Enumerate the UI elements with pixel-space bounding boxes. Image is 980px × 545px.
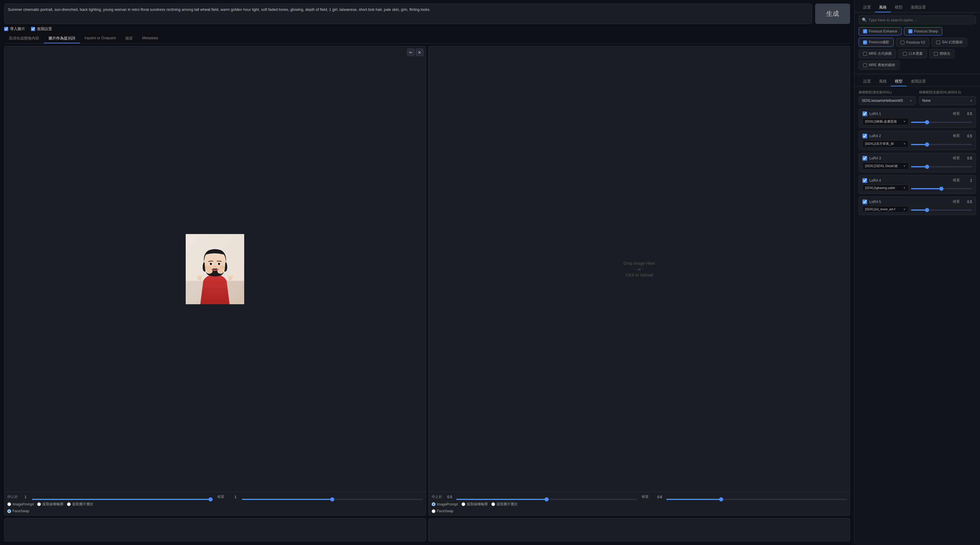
style-chip-mre-ancient-label: MRE 古代插圖 [869, 51, 892, 56]
lora-5-dropdown[interactable]: [SDXL]\xl_more_art-f ▼ [862, 206, 908, 212]
panel-2-stop-label: 停止於 [432, 494, 443, 499]
advanced-settings-checkbox[interactable] [31, 27, 35, 31]
panel-2-extractlines-label[interactable]: 提取線條輪廓 [461, 502, 488, 507]
panel-1-close-btn[interactable]: ✕ [416, 49, 423, 56]
image-panel-2-dropzone[interactable]: Drop Image Here - or - Click to Upload [624, 46, 655, 492]
panel-1-faceswap-radio[interactable] [7, 509, 11, 513]
style-chip-fooocus-photo[interactable]: ✓ Fooocus攝影 [859, 38, 894, 47]
panel-1-extractlines-radio[interactable] [37, 502, 41, 506]
panel-2-extractlines-radio[interactable] [461, 502, 465, 506]
lora-5-checkbox[interactable] [862, 199, 867, 204]
panel-1-imageprompt-text: ImagePrompt [13, 502, 33, 507]
lora-3-dropdown[interactable]: [SDXL]\SDXL Detail 細 ▼ [862, 163, 908, 170]
panel-1-radio-row: ImagePrompt 提取線條輪廓 提取圖片層次 [7, 502, 423, 507]
style-search-box[interactable]: 🔍 [859, 16, 976, 24]
panel-2-weight-slider[interactable] [666, 499, 847, 500]
style-chip-mre-brave-label: MRE 勇敢的藝術 [869, 62, 895, 68]
right-tab-settings[interactable]: 設置 [859, 3, 875, 12]
tab-inpaint[interactable]: Inpaint or Outpaint [80, 34, 121, 43]
style-chip-mre-ancient-check [863, 52, 867, 56]
lora-1-controls: [SDXL]\林鶴-皮膚質感 ▼ [862, 118, 972, 125]
panel-1-imageprompt-radio[interactable] [7, 502, 11, 506]
lora-item-5: LoRA 5 權重 0.5 [SDXL]\xl_more_art-f ▼ [859, 197, 976, 215]
right-model-tabs: 設置 風格 模型 進階設置 [854, 74, 980, 87]
style-search-input[interactable] [869, 18, 973, 22]
prompt-textarea[interactable]: Summer cinematic portrait, sun-drenched,… [4, 3, 812, 24]
lora-2-dropdown[interactable]: [SDXL]\东方审美_BI ▼ [862, 140, 908, 147]
style-chip-fooocus-v2[interactable]: Fooocus V2 [896, 38, 929, 47]
lora-4-weight-value: 1 [964, 178, 972, 183]
lora-4-chevron: ▼ [903, 186, 906, 190]
lora-3-slider[interactable] [911, 166, 972, 167]
right-model-tab-settings[interactable]: 設置 [859, 77, 875, 86]
lora-3-checkbox[interactable] [862, 156, 867, 161]
panel-1-faceswap-label[interactable]: FaceSwap [7, 509, 29, 513]
lora-1-slider[interactable] [911, 122, 972, 123]
lora-4-header: LoRA 4 權重 1 [862, 178, 972, 183]
panel-1-edit-btn[interactable]: ✏ [407, 49, 415, 56]
advanced-settings-checkbox-label[interactable]: 進階設置 [31, 26, 52, 32]
lora-3-chevron: ▼ [903, 164, 906, 167]
style-chip-ink-wash[interactable]: 口木墨畫 [899, 49, 927, 58]
style-chip-fooocus-sharp[interactable]: ✓ Fooocus Sharp [904, 27, 942, 35]
panel-1-stop-slider[interactable] [32, 499, 213, 500]
right-model-tab-advanced[interactable]: 進階設置 [907, 77, 930, 86]
right-model-tab-style[interactable]: 風格 [875, 77, 891, 86]
lora-section: LoRA 1 權重 0.5 [SDXL]\林鶴-皮膚質感 ▼ [854, 108, 980, 215]
import-image-checkbox-label[interactable]: 導入圖片 [4, 26, 25, 32]
panel-2-imageprompt-text: ImagePrompt [437, 502, 458, 507]
tab-describe[interactable]: 描述 [121, 34, 137, 43]
image-panel-2-top[interactable]: Drop Image Here - or - Click to Upload [429, 46, 850, 492]
tab-image-prompt[interactable]: 圖片作為提示詞 [44, 34, 80, 43]
lora-5-title: LoRA 5 [869, 200, 950, 204]
right-model-tab-model[interactable]: 模型 [891, 77, 907, 86]
panel-2-extractlayers-radio[interactable] [491, 502, 495, 506]
lora-item-2: LoRA 2 權重 0.5 [SDXL]\东方审美_BI ▼ [859, 131, 976, 150]
right-tab-model[interactable]: 模型 [891, 3, 907, 12]
style-chip-mre-brave[interactable]: MRE 勇敢的藝術 [859, 61, 900, 70]
panel-1-stop-label: 停止於 [7, 494, 19, 499]
main-tabs-row: 高清化或變換內容 圖片作為提示詞 Inpaint or Outpaint 描述 … [4, 34, 850, 44]
lora-4-name: [SDXL]\glowing.safet [865, 186, 895, 190]
lora-5-name: [SDXL]\xl_more_art-f [865, 207, 895, 211]
import-image-checkbox[interactable] [4, 27, 8, 31]
panel-1-extractlines-label[interactable]: 提取線條輪廓 [37, 502, 64, 507]
lora-4-checkbox[interactable] [862, 178, 867, 183]
panel-2-faceswap-label[interactable]: FaceSwap [432, 509, 453, 513]
lora-5-weight-label: 權重 [953, 199, 962, 204]
panel-1-imageprompt-label[interactable]: ImagePrompt [7, 502, 33, 507]
style-chip-mre-ancient[interactable]: MRE 古代插圖 [859, 49, 896, 58]
lora-2-checkbox[interactable] [862, 134, 867, 139]
panel-1-faceswap-text: FaceSwap [13, 509, 29, 513]
panel-1-extractlayers-label[interactable]: 提取圖片層次 [67, 502, 93, 507]
panel-2-faceswap-radio[interactable] [432, 509, 436, 513]
panel-2-imageprompt-radio[interactable] [432, 502, 436, 506]
right-tab-advanced[interactable]: 進階設置 [907, 3, 930, 12]
main-layout: Summer cinematic portrait, sun-drenched,… [0, 0, 980, 545]
lora-1-dropdown[interactable]: [SDXL]\林鶴-皮膚質感 ▼ [862, 118, 908, 125]
panel-2-stop-slider[interactable] [456, 499, 637, 500]
lora-4-dropdown[interactable]: [SDXL]\glowing.safet ▼ [862, 185, 908, 191]
style-chip-volumetric[interactable]: 體積光 [929, 49, 955, 58]
right-tab-style[interactable]: 風格 [875, 3, 891, 12]
refined-model-select[interactable]: None ▼ [919, 96, 976, 105]
lora-2-slider[interactable] [911, 144, 972, 145]
image-panel-1-top[interactable]: ✏ ✕ [5, 46, 426, 492]
lora-4-slider[interactable] [911, 188, 972, 189]
tab-metadata[interactable]: Metadata [137, 34, 162, 43]
style-chip-fooocus-enhance[interactable]: ✓ Fooocus Enhance [859, 27, 902, 35]
panel-2-weight-label: 權重 [642, 494, 653, 499]
panel-1-extractlayers-radio[interactable] [67, 502, 71, 506]
tab-upscale[interactable]: 高清化或變換內容 [4, 34, 44, 43]
lora-5-slider[interactable] [911, 209, 972, 210]
lora-2-slider-container [911, 142, 972, 146]
panel-1-weight-slider[interactable] [242, 499, 423, 500]
panel-2-imageprompt-label[interactable]: ImagePrompt [432, 502, 458, 507]
generate-button[interactable]: 生成 [815, 3, 850, 24]
lora-1-checkbox[interactable] [862, 112, 867, 116]
base-model-select[interactable]: SDXL\eosamsHelloworldS ▼ [859, 96, 916, 105]
panel-2-extractlayers-label[interactable]: 提取圖片層次 [491, 502, 518, 507]
style-chip-sai-fantasy[interactable]: SAI 幻想藝術 [932, 38, 967, 47]
lora-5-weight-value: 0.5 [964, 200, 972, 204]
model-row: 基礎模型(僅支援SDXL) SDXL\eosamsHelloworldS ▼ 精… [859, 90, 976, 105]
